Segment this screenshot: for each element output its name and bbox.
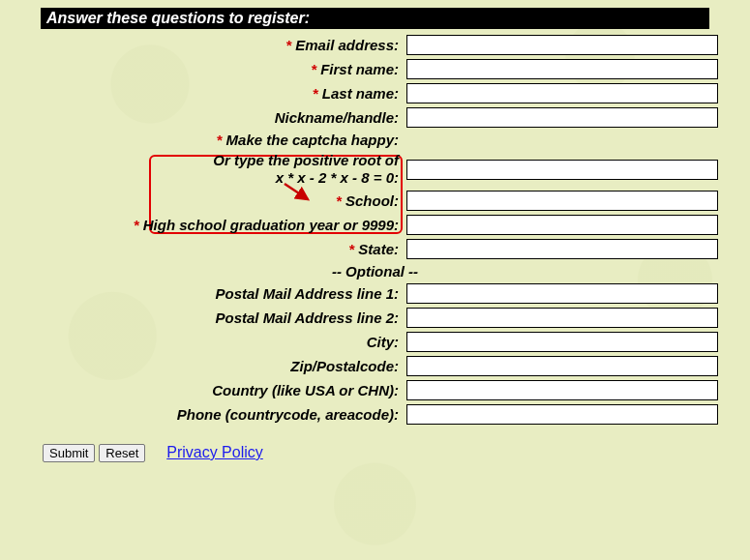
phone-input[interactable] xyxy=(406,404,718,425)
nickname-input[interactable] xyxy=(406,107,718,128)
label-zip-text: Zip/Postalcode: xyxy=(290,358,399,374)
label-first: * First name: xyxy=(0,57,403,81)
addr1-input[interactable] xyxy=(406,283,718,304)
label-addr1: Postal Mail Address line 1: xyxy=(0,281,403,306)
label-email: * Email address: xyxy=(0,33,403,57)
grad-year-input[interactable] xyxy=(406,215,718,235)
required-mark: * xyxy=(217,132,223,148)
label-phone: Phone (countrycode, areacode): xyxy=(0,402,403,427)
label-last-text: Last name: xyxy=(322,85,399,102)
required-mark: * xyxy=(348,241,354,257)
label-email-text: Email address: xyxy=(295,37,399,53)
zip-input[interactable] xyxy=(406,356,718,376)
required-mark: * xyxy=(285,37,291,53)
label-first-text: First name: xyxy=(320,61,399,77)
label-captcha-line1: * Make the captcha happy: xyxy=(0,130,403,150)
optional-divider: -- Optional -- xyxy=(0,261,750,281)
email-input[interactable] xyxy=(406,35,718,55)
label-nick-text: Nickname/handle: xyxy=(275,109,399,126)
label-captcha-line2-text: Or type the positive root of xyxy=(4,152,399,169)
school-input[interactable] xyxy=(406,191,718,211)
addr2-input[interactable] xyxy=(406,308,718,328)
required-mark: * xyxy=(313,85,318,102)
label-grad-text: High school graduation year or 9999: xyxy=(143,217,399,233)
label-zip: Zip/Postalcode: xyxy=(0,354,403,378)
label-addr2: Postal Mail Address line 2: xyxy=(0,306,403,330)
captcha-input[interactable] xyxy=(406,160,718,180)
privacy-link[interactable]: Privacy Policy xyxy=(166,444,263,460)
label-addr2-text: Postal Mail Address line 2: xyxy=(216,309,400,326)
state-input[interactable] xyxy=(406,239,718,259)
label-last: * Last name: xyxy=(0,81,403,105)
required-mark: * xyxy=(311,61,316,77)
label-school-text: School: xyxy=(345,192,399,209)
label-school: * School: xyxy=(0,189,403,213)
label-city: City: xyxy=(0,330,403,354)
label-country-text: Country (like USA or CHN): xyxy=(212,382,399,398)
label-captcha-line3-text: x * x - 2 * x - 8 = 0: xyxy=(4,169,399,187)
required-mark: * xyxy=(134,217,139,233)
label-country: Country (like USA or CHN): xyxy=(0,378,403,402)
label-city-text: City: xyxy=(367,334,399,350)
city-input[interactable] xyxy=(406,332,718,352)
reset-button[interactable]: Reset xyxy=(99,444,145,462)
form-banner: Answer these questions to register: xyxy=(41,8,709,29)
label-nick: Nickname/handle: xyxy=(0,105,403,130)
label-grad: * High school graduation year or 9999: xyxy=(0,213,403,237)
label-captcha-line2: Or type the positive root of x * x - 2 *… xyxy=(0,150,403,189)
country-input[interactable] xyxy=(406,380,718,400)
label-addr1-text: Postal Mail Address line 1: xyxy=(216,285,400,302)
registration-form: * Email address: * First name: * Last na… xyxy=(0,33,750,427)
submit-button[interactable]: Submit xyxy=(43,444,95,462)
label-captcha-line1-text: Make the captcha happy: xyxy=(226,132,399,148)
label-phone-text: Phone (countrycode, areacode): xyxy=(177,406,399,423)
last-name-input[interactable] xyxy=(406,83,718,103)
label-state: * State: xyxy=(0,237,403,261)
first-name-input[interactable] xyxy=(406,59,718,79)
label-state-text: State: xyxy=(358,241,399,257)
required-mark: * xyxy=(336,192,342,209)
